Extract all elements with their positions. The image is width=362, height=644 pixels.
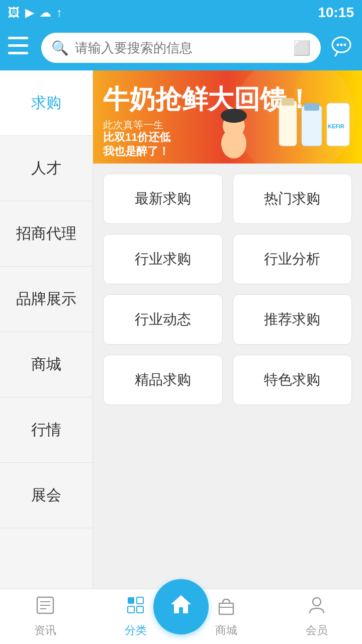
svg-marker-32: [171, 595, 191, 613]
svg-rect-29: [137, 597, 143, 604]
chat-icon[interactable]: [329, 35, 354, 61]
btn-hangye-fenxi[interactable]: 行业分析: [233, 234, 352, 284]
nav-label-huiyuan: 会员: [306, 623, 328, 638]
sidebar-item-qugou[interactable]: 求购: [0, 70, 93, 136]
scan-icon[interactable]: ⬜: [293, 40, 311, 56]
nav-item-zixun[interactable]: 资讯: [0, 595, 90, 638]
shangcheng-icon: [216, 595, 236, 620]
svg-rect-21: [304, 103, 319, 111]
main-layout: 求购 人才 招商代理 品牌展示 商城 行情 展会: [0, 70, 362, 589]
play-icon: ▶: [25, 6, 34, 20]
nav-label-shangcheng: 商城: [215, 623, 237, 638]
svg-rect-30: [128, 606, 134, 613]
search-icon: 🔍: [51, 40, 69, 56]
btn-hangye-qugou[interactable]: 行业求购: [103, 234, 223, 284]
nav-item-huiyuan[interactable]: 会员: [272, 595, 362, 638]
btn-tuijian-qugou[interactable]: 推荐求购: [233, 294, 352, 345]
status-time: 10:15: [318, 5, 354, 21]
bottom-nav: 资讯 分类 商城: [0, 589, 362, 644]
banner: 牛奶抢鲜大回馈！ 此次真等一生 比双11价还低 我也是醉了！ KEFIR: [93, 70, 362, 164]
search-box[interactable]: 🔍 ⬜: [41, 33, 321, 63]
svg-point-7: [344, 43, 346, 46]
svg-text:我也是醉了！: 我也是醉了！: [103, 145, 169, 157]
sidebar-item-zhanhui[interactable]: 展会: [0, 463, 93, 528]
btn-hangye-dongtai[interactable]: 行业动态: [103, 294, 223, 345]
btn-jingpin-qugou[interactable]: 精品求购: [103, 355, 223, 405]
svg-point-5: [337, 43, 339, 46]
banner-svg: 牛奶抢鲜大回馈！ 此次真等一生 比双11价还低 我也是醉了！ KEFIR: [93, 70, 362, 164]
sidebar-item-hangqing[interactable]: 行情: [0, 397, 93, 463]
nav-label-fenlei: 分类: [125, 623, 147, 638]
sidebar-item-shangcheng[interactable]: 商城: [0, 332, 93, 397]
svg-rect-33: [219, 603, 233, 614]
fenlei-icon: [126, 595, 146, 620]
sidebar-item-zhaoshang[interactable]: 招商代理: [0, 201, 93, 267]
top-bar: 🔍 ⬜: [0, 25, 362, 70]
svg-line-4: [335, 52, 337, 56]
sidebar: 求购 人才 招商代理 品牌展示 商城 行情 展会: [0, 70, 93, 589]
huiyuan-icon: [307, 595, 327, 620]
sidebar-item-pinpai[interactable]: 品牌展示: [0, 267, 93, 332]
nav-item-home[interactable]: [153, 579, 209, 634]
nav-label-zixun: 资讯: [34, 623, 56, 638]
cloud-icon: ☁: [39, 6, 51, 20]
sidebar-item-rencai[interactable]: 人才: [0, 136, 93, 201]
status-bar: 🖼 ▶ ☁ ↑ 10:15: [0, 0, 362, 25]
svg-rect-18: [279, 101, 297, 146]
category-grid: 最新求购 热门求购 行业求购 行业分析 行业动态 推荐求购 精品求购 特色求购: [93, 164, 362, 415]
image-icon: 🖼: [8, 6, 20, 20]
svg-rect-1: [8, 44, 28, 47]
svg-text:此次真等一生: 此次真等一生: [103, 119, 163, 130]
svg-point-17: [221, 109, 247, 123]
zixun-icon: [35, 595, 55, 620]
svg-point-35: [313, 598, 321, 606]
svg-text:KEFIR: KEFIR: [328, 123, 344, 129]
svg-rect-28: [128, 597, 134, 604]
home-icon: [169, 592, 193, 622]
menu-icon[interactable]: [8, 37, 33, 59]
svg-rect-19: [282, 98, 294, 106]
svg-rect-2: [8, 52, 28, 54]
svg-point-6: [340, 43, 343, 46]
search-input[interactable]: [75, 40, 287, 56]
content-area: 牛奶抢鲜大回馈！ 此次真等一生 比双11价还低 我也是醉了！ KEFIR: [93, 70, 362, 589]
svg-text:比双11价还低: 比双11价还低: [103, 131, 171, 143]
svg-rect-20: [302, 106, 322, 146]
btn-tese-qugou[interactable]: 特色求购: [233, 355, 352, 405]
svg-rect-0: [8, 37, 28, 39]
upload-icon: ↑: [56, 6, 62, 20]
btn-zuixin-qugou[interactable]: 最新求购: [103, 174, 223, 224]
btn-remen-qugou[interactable]: 热门求购: [233, 174, 352, 224]
status-icons: 🖼 ▶ ☁ ↑: [8, 6, 62, 20]
svg-rect-31: [137, 606, 143, 613]
